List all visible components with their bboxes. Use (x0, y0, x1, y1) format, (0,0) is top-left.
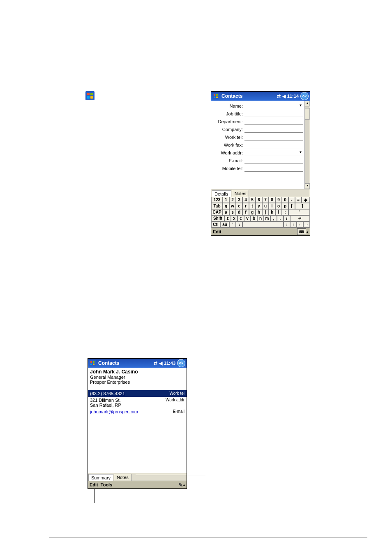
key[interactable]: y (256, 203, 262, 209)
key[interactable]: 7 (262, 197, 269, 203)
key[interactable]: o (275, 203, 282, 209)
scroll-thumb[interactable] (305, 108, 310, 120)
key-tab[interactable]: Tab (211, 203, 223, 209)
key-space[interactable] (242, 221, 284, 228)
edit-menu[interactable]: Edit (213, 229, 221, 234)
speaker-icon[interactable]: ◀ (159, 361, 162, 366)
vertical-scrollbar[interactable]: ▴ ▾ (304, 101, 310, 189)
key[interactable]: 2 (229, 197, 236, 203)
key[interactable]: [ (288, 203, 295, 209)
key[interactable]: k (269, 209, 275, 215)
field-label: Work tel: (212, 135, 244, 140)
contact-row-worktel[interactable]: (63-2) 8765-4321 Work tel (88, 390, 187, 397)
contact-row-email[interactable]: johnmark@prosper.com E-mail (88, 408, 187, 415)
connectivity-icon[interactable]: ⇄ (277, 94, 281, 99)
key[interactable]: - (288, 197, 295, 203)
tab-summary[interactable]: Summary (88, 474, 113, 481)
chevron-down-icon[interactable]: ▼ (298, 103, 303, 108)
on-screen-keyboard[interactable]: 123 1 2 3 4 5 6 7 8 9 0 - = ◆ Tab q w e … (211, 197, 310, 228)
key[interactable]: ` (229, 221, 236, 228)
key[interactable]: \ (236, 221, 242, 228)
key[interactable]: m (264, 215, 270, 221)
ok-button[interactable]: ok (300, 92, 309, 100)
key[interactable]: j (262, 209, 269, 215)
key[interactable]: s (229, 209, 236, 215)
company-field[interactable] (244, 126, 303, 133)
keyboard-toggle-icon[interactable]: ⌨ (297, 228, 306, 235)
sip-arrow-icon[interactable]: ▴ (183, 483, 185, 487)
key-right[interactable]: → (303, 221, 310, 228)
key[interactable]: x (231, 215, 238, 221)
key[interactable]: l (275, 209, 282, 215)
tab-notes[interactable]: Notes (232, 190, 249, 197)
key[interactable]: . (277, 215, 284, 221)
email-link[interactable]: johnmark@prosper.com (90, 409, 138, 414)
key-ctl[interactable]: Ctl (211, 221, 220, 228)
key[interactable]: q (223, 203, 229, 209)
key[interactable]: a (223, 209, 229, 215)
name-field[interactable]: ▼ (244, 103, 303, 109)
speaker-icon[interactable]: ◀ (282, 94, 286, 99)
key[interactable]: r (242, 203, 249, 209)
key[interactable]: v (244, 215, 251, 221)
key[interactable]: t (249, 203, 256, 209)
email-field[interactable] (244, 157, 303, 164)
key[interactable]: 8 (269, 197, 275, 203)
key[interactable]: ' (288, 209, 310, 215)
key-enter[interactable]: ↵ (290, 215, 310, 221)
mobile-tel-field[interactable] (244, 165, 303, 172)
department-field[interactable] (244, 118, 303, 125)
key-down[interactable]: ↓ (284, 221, 290, 228)
key[interactable]: f (242, 209, 249, 215)
key[interactable]: = (295, 197, 302, 203)
key-left[interactable]: ← (297, 221, 303, 228)
key[interactable]: g (249, 209, 256, 215)
key[interactable]: 3 (236, 197, 242, 203)
key[interactable]: c (238, 215, 244, 221)
key[interactable]: u (262, 203, 269, 209)
key[interactable]: 4 (242, 197, 249, 203)
key[interactable]: / (284, 215, 290, 221)
start-icon[interactable] (212, 93, 219, 99)
key-backspace[interactable]: ◆ (302, 197, 310, 203)
key[interactable]: 1 (223, 197, 229, 203)
key[interactable]: 0 (282, 197, 288, 203)
tools-menu[interactable]: Tools (101, 482, 113, 487)
key[interactable]: , (270, 215, 277, 221)
key-123[interactable]: 123 (211, 197, 223, 203)
scroll-up-icon[interactable]: ▴ (305, 101, 310, 106)
key[interactable]: ] (295, 203, 310, 209)
tab-notes[interactable]: Notes (114, 474, 131, 481)
key[interactable]: ; (282, 209, 288, 215)
key-shift[interactable]: Shift (211, 215, 224, 221)
job-title-field[interactable] (244, 111, 303, 117)
work-fax-field[interactable] (244, 142, 303, 148)
work-tel-field[interactable] (244, 134, 303, 140)
key[interactable]: p (282, 203, 288, 209)
key-caps[interactable]: CAP (211, 209, 223, 215)
key-up[interactable]: ↑ (290, 221, 297, 228)
pen-icon[interactable]: ✎ (178, 482, 183, 488)
key[interactable]: z (224, 215, 231, 221)
contact-row-workaddr[interactable]: 321 Diliman St. San Rafael, RP Work addr (88, 397, 187, 408)
key-accent[interactable]: áü (220, 221, 229, 228)
key[interactable]: e (236, 203, 242, 209)
work-addr-field[interactable]: ▼ (244, 150, 303, 156)
key[interactable]: h (256, 209, 262, 215)
start-icon[interactable] (89, 360, 96, 366)
key[interactable]: b (251, 215, 257, 221)
key[interactable]: i (269, 203, 275, 209)
edit-menu[interactable]: Edit (90, 482, 98, 487)
key[interactable]: w (229, 203, 236, 209)
tab-details[interactable]: Details (212, 190, 231, 197)
chevron-down-icon[interactable]: ▼ (298, 150, 303, 154)
sip-arrow-icon[interactable]: ▴ (307, 230, 308, 234)
key[interactable]: n (257, 215, 264, 221)
key[interactable]: 6 (256, 197, 262, 203)
key[interactable]: 5 (249, 197, 256, 203)
key[interactable]: d (236, 209, 242, 215)
scroll-down-icon[interactable]: ▾ (305, 183, 310, 189)
key[interactable]: 9 (275, 197, 282, 203)
ok-button[interactable]: ok (177, 359, 185, 367)
connectivity-icon[interactable]: ⇄ (154, 361, 157, 366)
